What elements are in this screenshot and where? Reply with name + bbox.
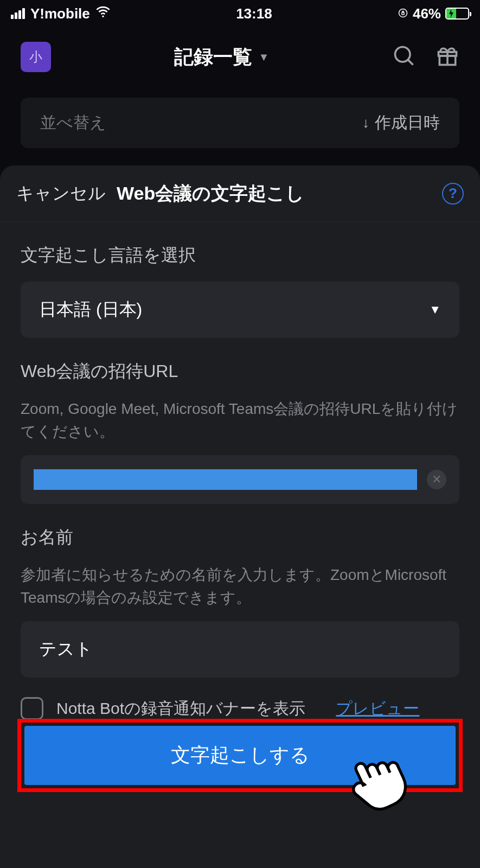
name-section: お名前 参加者に知らせるための名前を入力します。ZoomとMicrosoft T… (0, 504, 480, 678)
cancel-button[interactable]: キャンセル (16, 182, 106, 206)
svg-point-1 (399, 9, 407, 17)
status-right: 46% (398, 5, 469, 22)
sort-label: 並べ替え (40, 112, 106, 134)
preview-link[interactable]: プレビュー (336, 698, 419, 720)
arrow-down-icon: ↓ (362, 114, 369, 131)
url-label: Web会議の招待URL (21, 360, 459, 384)
url-input[interactable]: ✕ (21, 455, 459, 504)
banner-label: Notta Botの録音通知バナーを表示 (56, 698, 305, 720)
svg-rect-2 (402, 12, 404, 14)
app-header: 小 記録一覧 ▼ (0, 27, 480, 87)
header-title-dropdown[interactable]: 記録一覧 ▼ (174, 44, 270, 71)
language-label: 文字起こし言語を選択 (21, 244, 459, 267)
avatar[interactable]: 小 (21, 42, 51, 72)
submit-button[interactable]: 文字起こしする (24, 726, 456, 785)
help-icon[interactable]: ? (442, 183, 464, 205)
language-section: 文字起こし言語を選択 日本語 (日本) ▼ (0, 222, 480, 338)
svg-point-0 (102, 15, 104, 17)
chevron-down-icon: ▼ (259, 51, 270, 63)
gift-icon[interactable] (436, 44, 459, 70)
signal-icon (11, 8, 25, 19)
wifi-icon (95, 4, 111, 23)
search-icon[interactable] (392, 44, 416, 70)
sheet-title: Web会議の文字起こし (117, 181, 304, 206)
clock: 13:18 (236, 5, 272, 22)
sheet-header: キャンセル Web会議の文字起こし ? (0, 165, 480, 222)
name-value: テスト (39, 637, 93, 661)
battery-icon (445, 8, 469, 20)
bottom-sheet: キャンセル Web会議の文字起こし ? 文字起こし言語を選択 日本語 (日本) … (0, 165, 480, 868)
clear-icon[interactable]: ✕ (427, 470, 446, 489)
battery-percent: 46% (413, 5, 441, 22)
rotation-lock-icon (398, 5, 408, 22)
carrier-label: Y!mobile (30, 5, 90, 22)
language-value: 日本語 (日本) (39, 298, 142, 322)
name-desc: 参加者に知らせるための名前を入力します。ZoomとMicrosoft Teams… (21, 564, 459, 609)
status-bar: Y!mobile 13:18 46% (0, 0, 480, 27)
header-title-label: 記録一覧 (174, 44, 252, 71)
svg-point-3 (395, 47, 410, 62)
name-label: お名前 (21, 526, 459, 550)
banner-checkbox-row: Notta Botの録音通知バナーを表示 プレビュー (0, 678, 480, 720)
avatar-label: 小 (29, 48, 42, 66)
submit-highlight-box: 文字起こしする (17, 719, 463, 792)
url-text-selection (34, 469, 417, 490)
status-left: Y!mobile (11, 4, 111, 23)
url-desc: Zoom, Google Meet, Microsoft Teams会議の招待U… (21, 398, 459, 443)
banner-checkbox[interactable] (21, 697, 43, 720)
sort-value: 作成日時 (375, 112, 440, 134)
url-section: Web会議の招待URL Zoom, Google Meet, Microsoft… (0, 338, 480, 504)
language-select[interactable]: 日本語 (日本) ▼ (21, 282, 459, 338)
chevron-down-icon: ▼ (429, 303, 441, 317)
sort-bar[interactable]: 並べ替え ↓ 作成日時 (21, 98, 459, 148)
name-input[interactable]: テスト (21, 621, 459, 678)
